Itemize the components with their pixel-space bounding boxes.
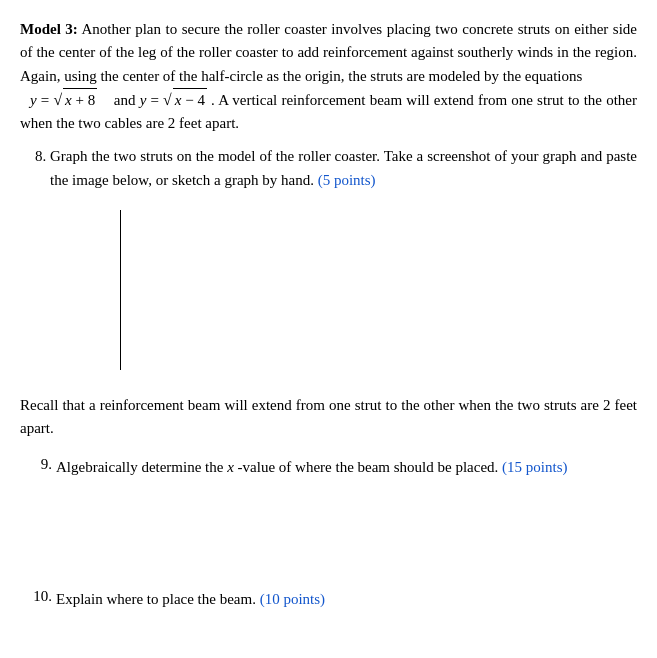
equation-1: y = √x + 8 bbox=[30, 92, 101, 108]
equation-2: and y = √x − 4 bbox=[114, 92, 211, 108]
question-list: Graph the two struts on the model of the… bbox=[20, 145, 637, 192]
question-8-item: Graph the two struts on the model of the… bbox=[50, 145, 637, 192]
graph-area-q8 bbox=[70, 210, 637, 380]
question-9-block: 9. Algebraically determine the x -value … bbox=[20, 456, 637, 577]
answer-space-q10 bbox=[20, 619, 637, 658]
question-9-text: Algebraically determine the x -value of … bbox=[56, 456, 637, 479]
model-label: Model 3: bbox=[20, 21, 78, 37]
recall-block: Recall that a reinforcement beam will ex… bbox=[20, 394, 637, 441]
cursor-line bbox=[120, 210, 122, 370]
question-10-points: (10 points) bbox=[260, 591, 325, 607]
question-10-text: Explain where to place the beam. (10 poi… bbox=[56, 588, 637, 611]
question-10-number: 10. bbox=[20, 588, 56, 611]
question-9-item: 9. Algebraically determine the x -value … bbox=[20, 456, 637, 479]
question-9-number: 9. bbox=[20, 456, 56, 479]
answer-space-q9 bbox=[20, 488, 637, 578]
question-10-block: 10. Explain where to place the beam. (10… bbox=[20, 588, 637, 658]
question-8-points: (5 points) bbox=[318, 172, 376, 188]
model-intro2: . A vertical reinforcement beam will ext… bbox=[20, 92, 637, 131]
recall-text: Recall that a reinforcement beam will ex… bbox=[20, 397, 637, 436]
model-3-block: Model 3: Another plan to secure the roll… bbox=[20, 18, 637, 135]
question-10-item: 10. Explain where to place the beam. (10… bbox=[20, 588, 637, 611]
question-9-points: (15 points) bbox=[502, 459, 567, 475]
model-intro: Another plan to secure the roller coaste… bbox=[20, 21, 637, 84]
